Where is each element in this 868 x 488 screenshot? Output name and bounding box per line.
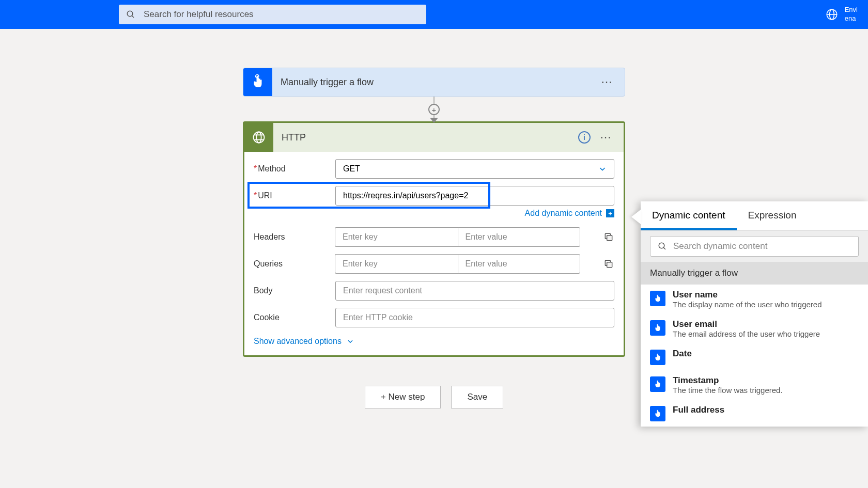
search-container[interactable] [119,5,426,24]
add-dynamic-content-link[interactable]: Add dynamic content + [525,209,614,218]
info-icon[interactable]: i [578,131,591,144]
uri-label: URI [258,191,272,200]
svg-point-6 [254,132,265,143]
dynamic-section-header: Manually trigger a flow [641,262,868,285]
text-edit-icon [603,232,614,242]
trigger-token-icon [650,320,665,336]
headers-row: Headers [254,227,614,247]
svg-point-14 [659,243,664,248]
dynamic-item-desc: The display name of the user who trigger… [673,300,859,309]
show-advanced-options-link[interactable]: Show advanced options [254,337,354,346]
dynamic-content-item[interactable]: Date [641,343,868,370]
dynamic-items-list: User name The display name of the user w… [641,285,868,427]
method-label: Method [258,164,285,173]
dynamic-content-item[interactable]: User email The email address of the user… [641,314,868,343]
dynamic-item-title: Full address [673,405,859,415]
search-icon [126,10,135,19]
dynamic-search-input[interactable] [673,241,851,251]
tab-expression[interactable]: Expression [737,201,808,230]
body-label: Body [254,286,335,295]
method-select[interactable]: GET [335,159,614,179]
trigger-title: Manually trigger a flow [272,77,590,88]
queries-bulk-edit-button[interactable] [603,258,614,270]
svg-line-1 [132,15,134,18]
trigger-card[interactable]: Manually trigger a flow ⋯ [243,68,625,97]
trigger-more-button[interactable]: ⋯ [590,75,625,89]
svg-point-7 [256,132,261,143]
text-edit-icon [603,259,614,269]
arrow-down-icon [430,118,438,123]
globe-icon [825,8,839,21]
panel-pointer [631,210,641,224]
queries-value-input[interactable] [458,254,581,274]
headers-bulk-edit-button[interactable] [603,231,614,243]
dynamic-item-desc: The time the flow was triggered. [673,386,859,395]
tab-dynamic-content[interactable]: Dynamic content [641,201,737,230]
add-step-inline-button[interactable]: + [428,104,440,115]
queries-label: Queries [254,259,335,269]
trigger-token-icon [650,291,665,306]
globe-icon [252,130,266,145]
flow-connector: + [243,97,625,121]
body-row: Body [254,281,614,301]
chevron-down-icon [347,338,354,345]
search-icon [658,242,667,251]
env-line1: Envi [845,6,858,14]
http-card-body: *Method GET *URI Add dynamic content + [244,152,624,355]
queries-row: Queries [254,254,614,274]
headers-key-input[interactable] [335,227,458,247]
touch-icon [250,74,266,90]
svg-rect-13 [607,262,612,267]
cookie-row: Cookie [254,308,614,327]
cookie-input[interactable] [335,308,614,327]
method-value: GET [343,164,360,174]
uri-row: *URI [254,186,614,206]
dynamic-item-title: User email [673,319,859,329]
trigger-token-icon [650,406,665,421]
http-action-card: HTTP i ⋯ *Method GET *URI Add dynami [243,121,625,357]
svg-rect-11 [607,235,612,241]
dynamic-item-title: User name [673,290,859,300]
body-input[interactable] [335,281,614,301]
http-more-button[interactable]: ⋯ [600,131,624,144]
chevron-down-icon [598,165,607,173]
headers-value-input[interactable] [458,227,581,247]
dynamic-search-container[interactable] [650,236,859,257]
svg-line-15 [663,247,665,249]
http-title: HTTP [273,132,578,143]
dynamic-panel-tabs: Dynamic content Expression [641,201,868,231]
environment-indicator[interactable]: Envi ena [825,6,858,23]
trigger-icon [243,68,272,97]
env-line2: ena [845,14,858,23]
headers-label: Headers [254,232,335,242]
queries-key-input[interactable] [335,254,458,274]
save-button[interactable]: Save [451,386,503,408]
trigger-token-icon [650,376,665,392]
svg-point-0 [127,11,133,17]
uri-input[interactable] [335,186,614,206]
search-input[interactable] [144,9,419,20]
dynamic-item-desc: The email address of the user who trigge… [673,329,859,338]
cookie-label: Cookie [254,313,335,322]
method-row: *Method GET [254,159,614,179]
trigger-token-icon [650,350,665,365]
http-card-header[interactable]: HTTP i ⋯ [244,123,624,152]
new-step-button[interactable]: + New step [365,386,441,408]
dynamic-item-title: Timestamp [673,375,859,386]
dynamic-content-item[interactable]: Full address [641,400,868,427]
dynamic-item-title: Date [673,349,859,359]
dynamic-content-item[interactable]: Timestamp The time the flow was triggere… [641,370,868,400]
dynamic-content-panel: Dynamic content Expression Manually trig… [641,201,868,427]
app-header: Envi ena [0,0,868,29]
dynamic-content-item[interactable]: User name The display name of the user w… [641,285,868,314]
http-icon [244,123,273,152]
